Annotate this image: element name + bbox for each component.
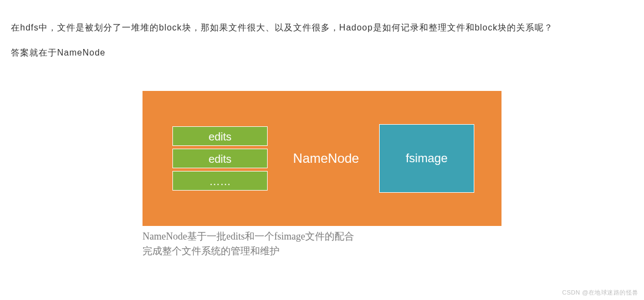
namenode-diagram: edits edits …… NameNode fsimage <box>143 91 501 226</box>
edits-box: edits <box>172 149 268 168</box>
intro-text: 在hdfs中，文件是被划分了一堆堆的block块，那如果文件很大、以及文件很多，… <box>11 16 633 64</box>
intro-line-1: 在hdfs中，文件是被划分了一堆堆的block块，那如果文件很大、以及文件很多，… <box>11 16 633 39</box>
caption-line-1: NameNode基于一批edits和一个fsimage文件的配合 <box>143 229 501 244</box>
edits-box: edits <box>172 126 268 146</box>
fsimage-box: fsimage <box>379 124 474 193</box>
namenode-label: NameNode <box>293 151 359 166</box>
intro-line-2: 答案就在于NameNode <box>11 41 633 64</box>
diagram-caption: NameNode基于一批edits和一个fsimage文件的配合 完成整个文件系… <box>143 229 501 259</box>
edits-column: edits edits …… <box>172 126 268 191</box>
watermark: CSDN @在地球迷路的怪兽 <box>562 289 639 297</box>
edits-box: …… <box>172 171 268 191</box>
diagram-wrapper: edits edits …… NameNode fsimage NameNode… <box>143 91 501 259</box>
caption-line-2: 完成整个文件系统的管理和维护 <box>143 244 501 259</box>
